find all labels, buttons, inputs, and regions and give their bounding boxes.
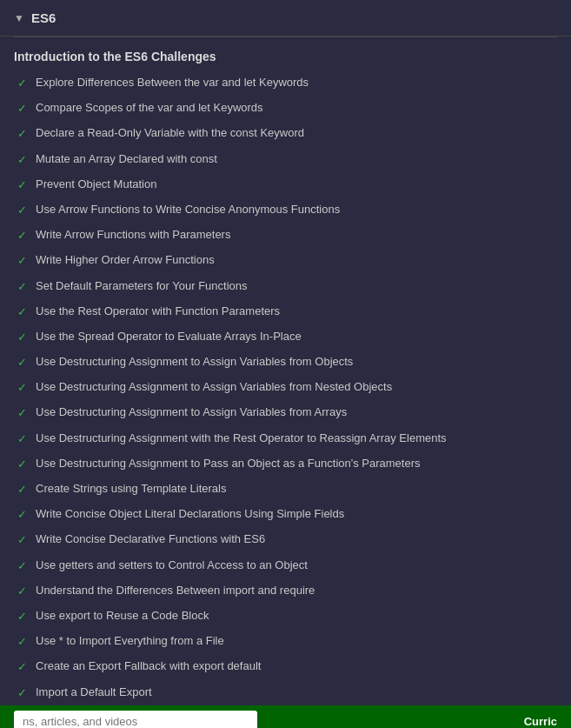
list-item[interactable]: ✓Create an Export Fallback with export d… <box>0 654 571 679</box>
list-item[interactable]: ✓Use getters and setters to Control Acce… <box>0 553 571 578</box>
lesson-text: Use Destructuring Assignment to Assign V… <box>36 354 353 370</box>
lesson-text: Compare Scopes of the var and let Keywor… <box>36 100 263 116</box>
lesson-text: Use * to Import Everything from a File <box>36 633 224 649</box>
check-icon: ✓ <box>17 558 27 574</box>
check-icon: ✓ <box>17 304 27 320</box>
list-item[interactable]: ✓Write Concise Object Literal Declaratio… <box>0 502 571 527</box>
list-item[interactable]: ✓Use * to Import Everything from a File <box>0 629 571 654</box>
lesson-text: Use Arrow Functions to Write Concise Ano… <box>36 202 340 217</box>
check-icon: ✓ <box>17 228 27 244</box>
section-header[interactable]: ▼ ES6 <box>0 0 571 37</box>
check-icon: ✓ <box>17 405 27 421</box>
lesson-text: Use the Rest Operator with Function Para… <box>36 304 280 319</box>
lesson-text: Use Destructuring Assignment to Assign V… <box>36 379 392 395</box>
lesson-text: Write Concise Declarative Functions with… <box>36 531 265 547</box>
list-item[interactable]: ✓Set Default Parameters for Your Functio… <box>0 274 571 299</box>
list-item[interactable]: ✓Use the Rest Operator with Function Par… <box>0 299 571 324</box>
lesson-text: Write Higher Order Arrow Functions <box>36 252 215 268</box>
lesson-text: Explore Differences Between the var and … <box>36 75 309 90</box>
lesson-text: Use export to Reuse a Code Block <box>36 608 209 624</box>
list-item[interactable]: ✓Create Strings using Template Literals <box>0 477 571 502</box>
lesson-text: Prevent Object Mutation <box>36 177 156 192</box>
lesson-text: Import a Default Export <box>36 685 152 700</box>
list-item[interactable]: ✓Use Arrow Functions to Write Concise An… <box>0 197 571 223</box>
check-icon: ✓ <box>17 126 27 142</box>
list-item[interactable]: ✓Use Destructuring Assignment to Pass an… <box>0 451 571 477</box>
list-item[interactable]: ✓Use Destructuring Assignment to Assign … <box>0 375 571 400</box>
list-item[interactable]: ✓Use Destructuring Assignment with the R… <box>0 426 571 451</box>
lesson-text: Mutate an Array Declared with const <box>36 151 217 167</box>
list-item[interactable]: ✓Use export to Reuse a Code Block <box>0 604 571 629</box>
lesson-text: Use the Spread Operator to Evaluate Arra… <box>36 329 302 344</box>
lesson-text: Use Destructuring Assignment to Pass an … <box>36 456 421 471</box>
check-icon: ✓ <box>17 507 27 523</box>
check-icon: ✓ <box>17 380 27 396</box>
check-icon: ✓ <box>17 76 27 91</box>
list-item[interactable]: ✓Use Destructuring Assignment to Assign … <box>0 400 571 425</box>
list-item[interactable]: ✓Prevent Object Mutation <box>0 172 571 197</box>
check-icon: ✓ <box>17 634 27 650</box>
check-icon: ✓ <box>17 152 27 168</box>
check-icon: ✓ <box>17 482 27 498</box>
check-icon: ✓ <box>17 330 27 345</box>
lesson-text: Use Destructuring Assignment to Assign V… <box>36 404 347 420</box>
list-item[interactable]: ✓Write Higher Order Arrow Functions <box>0 248 571 273</box>
list-item[interactable]: ✓Write Arrow Functions with Parameters <box>0 223 571 248</box>
check-icon: ✓ <box>17 355 27 371</box>
list-item[interactable]: ✓Mutate an Array Declared with const <box>0 147 571 172</box>
search-bar-area: Curric <box>0 705 571 728</box>
list-item[interactable]: ✓Explore Differences Between the var and… <box>0 70 571 96</box>
section-title: ES6 <box>31 10 56 25</box>
check-icon: ✓ <box>17 253 27 269</box>
list-item[interactable]: ✓Write Concise Declarative Functions wit… <box>0 527 571 552</box>
lesson-text: Use Destructuring Assignment with the Re… <box>36 431 447 446</box>
check-icon: ✓ <box>17 584 27 599</box>
check-icon: ✓ <box>17 659 27 675</box>
check-icon: ✓ <box>17 279 27 295</box>
curriculum-label: Curric <box>524 715 557 728</box>
search-input[interactable] <box>14 711 257 728</box>
collapse-arrow-icon: ▼ <box>14 12 24 24</box>
check-icon: ✓ <box>17 457 27 472</box>
lesson-text: Use getters and setters to Control Acces… <box>36 558 308 573</box>
list-item[interactable]: ✓Compare Scopes of the var and let Keywo… <box>0 96 571 121</box>
lesson-text: Write Concise Object Literal Declaration… <box>36 506 344 522</box>
list-item[interactable]: ✓Understand the Differences Between impo… <box>0 578 571 604</box>
lesson-text: Write Arrow Functions with Parameters <box>36 227 230 243</box>
check-icon: ✓ <box>17 203 27 218</box>
list-item[interactable]: ✓Use the Spread Operator to Evaluate Arr… <box>0 324 571 350</box>
check-icon: ✓ <box>17 532 27 548</box>
main-container: ▼ ES6 Introduction to the ES6 Challenges… <box>0 0 571 728</box>
lesson-list: ✓Explore Differences Between the var and… <box>0 70 571 705</box>
list-item[interactable]: ✓Import a Default Export <box>0 680 571 705</box>
intro-header: Introduction to the ES6 Challenges <box>0 37 571 70</box>
list-item[interactable]: ✓Declare a Read-Only Variable with the c… <box>0 121 571 146</box>
check-icon: ✓ <box>17 609 27 624</box>
lesson-text: Declare a Read-Only Variable with the co… <box>36 125 304 141</box>
check-icon: ✓ <box>17 177 27 193</box>
check-icon: ✓ <box>17 431 27 447</box>
check-icon: ✓ <box>17 685 27 701</box>
lesson-text: Understand the Differences Between impor… <box>36 583 315 598</box>
check-icon: ✓ <box>17 101 27 117</box>
lesson-text: Set Default Parameters for Your Function… <box>36 278 248 294</box>
lesson-text: Create an Export Fallback with export de… <box>36 658 261 674</box>
lesson-text: Create Strings using Template Literals <box>36 481 226 497</box>
list-item[interactable]: ✓Use Destructuring Assignment to Assign … <box>0 350 571 375</box>
